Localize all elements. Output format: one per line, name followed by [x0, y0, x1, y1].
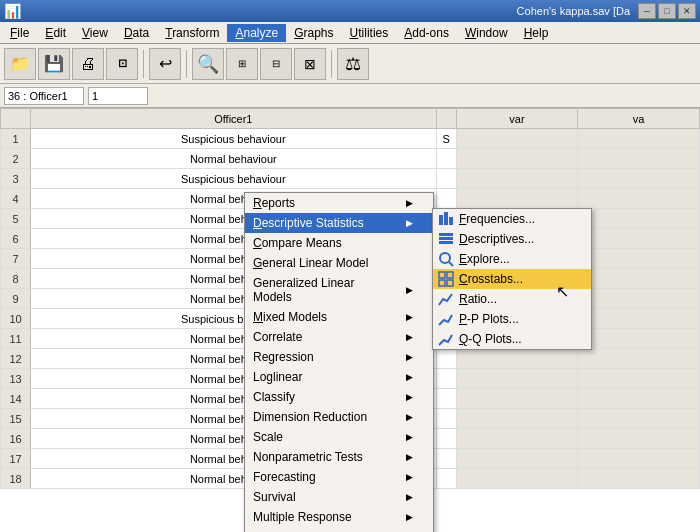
genlm-arrow: ▶ [406, 285, 413, 295]
survival-arrow: ▶ [406, 492, 413, 502]
analyze-reports[interactable]: Reports ▶ [245, 193, 433, 213]
variable-name-box[interactable]: 36 : Officer1 [4, 87, 84, 105]
menu-graphs[interactable]: Graphs [286, 24, 341, 42]
toolbar-sep1 [143, 50, 144, 78]
svg-rect-0 [439, 215, 443, 225]
minimize-button[interactable]: ─ [638, 3, 656, 19]
analyze-scale[interactable]: Scale ▶ [245, 427, 433, 447]
analyze-forecasting[interactable]: Forecasting ▶ [245, 467, 433, 487]
menu-utilities[interactable]: Utilities [342, 24, 397, 42]
insert-vars[interactable]: ⊟ [260, 48, 292, 80]
analyze-genlm[interactable]: Generalized Linear Models ▶ [245, 273, 433, 307]
insert-cases[interactable]: ⊞ [226, 48, 258, 80]
empty-col-2 [578, 229, 700, 249]
var2-header: va [578, 109, 700, 129]
desc-ratio[interactable]: Ratio... [433, 289, 591, 309]
row-number-cell: 9 [1, 289, 31, 309]
empty-col-2 [578, 349, 700, 369]
analyze-loglinear[interactable]: Loglinear ▶ [245, 367, 433, 387]
explore-label: Explore... [459, 252, 510, 266]
svg-rect-1 [444, 212, 448, 225]
variable-value-box[interactable]: 1 [88, 87, 148, 105]
find-button[interactable]: 🔍 [192, 48, 224, 80]
analyze-nonparam[interactable]: Nonparametric Tests ▶ [245, 447, 433, 467]
flag-cell [436, 189, 456, 209]
open-button[interactable]: 📁 [4, 48, 36, 80]
svg-rect-8 [439, 272, 445, 278]
glm-label: General Linear Model [253, 256, 368, 270]
officer1-header[interactable]: Officer1 [31, 109, 437, 129]
frequencies-label: Frequencies... [459, 212, 535, 226]
dim-reduction-arrow: ▶ [406, 412, 413, 422]
empty-col-1 [456, 369, 578, 389]
menu-view[interactable]: View [74, 24, 116, 42]
forecasting-label: Forecasting [253, 470, 316, 484]
empty-col-1 [456, 129, 578, 149]
toolbar: 📁 💾 🖨 ⊡ ↩ 🔍 ⊞ ⊟ ⊠ ⚖ [0, 44, 700, 84]
reports-label: Reports [253, 196, 295, 210]
menu-addons[interactable]: Add-ons [396, 24, 457, 42]
split-file[interactable]: ⊠ [294, 48, 326, 80]
analyze-desc-stats[interactable]: Descriptive Statistics ▶ [245, 213, 433, 233]
empty-col-1 [456, 349, 578, 369]
desc-crosstabs[interactable]: Crosstabs... [433, 269, 591, 289]
empty-col-2 [578, 469, 700, 489]
value-labels[interactable]: ⚖ [337, 48, 369, 80]
var-header: var [456, 109, 578, 129]
row-number-cell: 11 [1, 329, 31, 349]
titlebar-controls[interactable]: ─ □ ✕ [638, 3, 696, 19]
dialog-recall[interactable]: ⊡ [106, 48, 138, 80]
analyze-survival[interactable]: Survival ▶ [245, 487, 433, 507]
loglinear-arrow: ▶ [406, 372, 413, 382]
flag-cell: S [436, 129, 456, 149]
desc-descriptives[interactable]: Descriptives... [433, 229, 591, 249]
crosstabs-label: Crosstabs... [459, 272, 523, 286]
titlebar: 📊 Cohen's kappa.sav [Da ─ □ ✕ [0, 0, 700, 22]
menu-transform[interactable]: Transform [157, 24, 227, 42]
flag-cell [436, 429, 456, 449]
print-button[interactable]: 🖨 [72, 48, 104, 80]
classify-arrow: ▶ [406, 392, 413, 402]
row-number-cell: 8 [1, 269, 31, 289]
svg-point-6 [440, 253, 450, 263]
empty-col-2 [578, 369, 700, 389]
empty-col-2 [578, 429, 700, 449]
analyze-classify[interactable]: Classify ▶ [245, 387, 433, 407]
analyze-dim-reduction[interactable]: Dimension Reduction ▶ [245, 407, 433, 427]
analyze-glm[interactable]: General Linear Model [245, 253, 433, 273]
titlebar-title: Cohen's kappa.sav [Da [21, 5, 638, 17]
analyze-menu-popup[interactable]: Reports ▶ Descriptive Statistics ▶ Compa… [244, 192, 434, 532]
analyze-multiple-response[interactable]: Multiple Response ▶ [245, 507, 433, 527]
menu-window[interactable]: Window [457, 24, 516, 42]
flag-cell [436, 149, 456, 169]
undo-button[interactable]: ↩ [149, 48, 181, 80]
desc-qq-plots[interactable]: Q-Q Plots... [433, 329, 591, 349]
analyze-mixed[interactable]: Mixed Models ▶ [245, 307, 433, 327]
menu-help[interactable]: Help [516, 24, 557, 42]
empty-col-2 [578, 149, 700, 169]
menu-data[interactable]: Data [116, 24, 157, 42]
menu-file[interactable]: File [2, 24, 37, 42]
variable-value-label: 1 [92, 90, 98, 102]
close-button[interactable]: ✕ [678, 3, 696, 19]
desc-stats-submenu[interactable]: Frequencies... Descriptives... Explore..… [432, 208, 592, 350]
desc-explore[interactable]: Explore... [433, 249, 591, 269]
empty-col-2 [578, 409, 700, 429]
maximize-button[interactable]: □ [658, 3, 676, 19]
save-button[interactable]: 💾 [38, 48, 70, 80]
analyze-compare-means[interactable]: Compare Means [245, 233, 433, 253]
row-number-cell: 5 [1, 209, 31, 229]
analyze-correlate[interactable]: Correlate ▶ [245, 327, 433, 347]
menu-edit[interactable]: Edit [37, 24, 74, 42]
desc-pp-plots[interactable]: P-P Plots... [433, 309, 591, 329]
table-row: 2Normal behaviour [1, 149, 700, 169]
svg-line-7 [449, 262, 453, 266]
classify-label: Classify [253, 390, 295, 404]
desc-frequencies[interactable]: Frequencies... [433, 209, 591, 229]
menu-analyze[interactable]: Analyze [227, 24, 286, 42]
qq-plots-icon [437, 330, 455, 348]
analyze-regression[interactable]: Regression ▶ [245, 347, 433, 367]
analyze-simulation[interactable]: ⊕ Simulation... [245, 527, 433, 532]
col-s-header [436, 109, 456, 129]
main-area: Officer1 var va 1Suspicious behaviourS2N… [0, 108, 700, 532]
